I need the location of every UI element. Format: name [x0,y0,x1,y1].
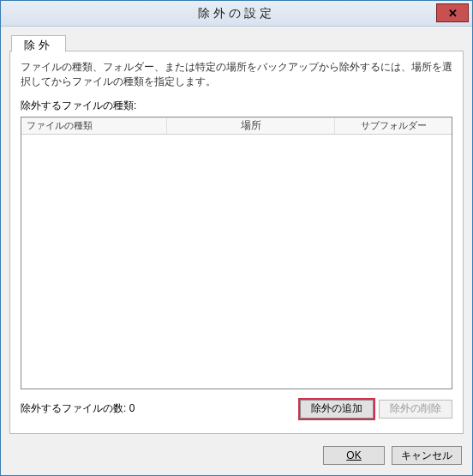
exclusion-list[interactable]: ファイルの種類 場所 サブフォルダー [21,117,452,389]
remove-exclusion-button: 除外の削除 [379,400,452,419]
close-icon: ✕ [448,7,458,20]
ok-button[interactable]: OK [323,446,385,465]
count-value: 0 [129,402,135,414]
dialog-window: 除外の設定 ✕ 除外 ファイルの種類、フォルダー、または特定の場所をバックアップ… [0,0,473,476]
column-location[interactable]: 場所 [167,117,335,134]
dialog-footer: OK キャンセル [323,446,462,465]
ok-button-label: OK [346,449,361,461]
close-button[interactable]: ✕ [436,3,469,22]
list-rows [21,135,452,389]
list-footer-row: 除外するファイルの数: 0 除外の追加 除外の削除 [21,400,452,419]
window-title: 除外の設定 [198,6,275,21]
tab-label: 除外 [24,39,53,51]
exclusion-count: 除外するファイルの数: 0 [21,401,295,416]
column-file-type[interactable]: ファイルの種類 [21,117,167,134]
list-label: 除外するファイルの種類: [21,99,452,113]
tab-panel: ファイルの種類、フォルダー、または特定の場所をバックアップから除外するには、場所… [9,51,464,434]
count-label: 除外するファイルの数: [21,402,126,414]
column-subfolder[interactable]: サブフォルダー [335,117,452,134]
tab-exclusion[interactable]: 除外 [11,35,66,52]
description-text: ファイルの種類、フォルダー、または特定の場所をバックアップから除外するには、場所… [21,60,452,90]
add-exclusion-button[interactable]: 除外の追加 [300,400,374,419]
cancel-button[interactable]: キャンセル [392,446,462,465]
dialog-body: 除外 ファイルの種類、フォルダー、または特定の場所をバックアップから除外するには… [1,27,472,475]
list-header: ファイルの種類 場所 サブフォルダー [21,117,452,135]
titlebar: 除外の設定 ✕ [1,1,472,27]
